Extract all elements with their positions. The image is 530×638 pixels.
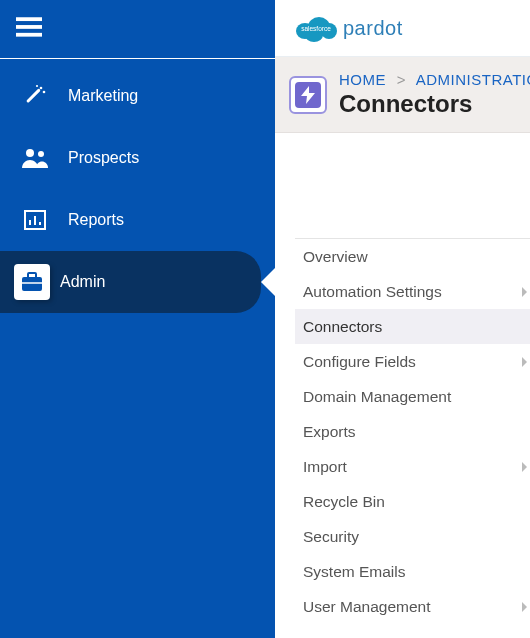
breadcrumb-home[interactable]: HOME: [339, 71, 386, 88]
svg-point-6: [36, 85, 38, 87]
submenu-label: Overview: [303, 248, 368, 266]
submenu-label: Security: [303, 528, 359, 546]
submenu-label: Automation Settings: [303, 283, 442, 301]
hamburger-button[interactable]: [0, 0, 275, 58]
sidebar-item-prospects[interactable]: Prospects: [0, 127, 275, 189]
breadcrumb: HOME > ADMINISTRATIO: [339, 71, 530, 88]
active-pointer-icon: [261, 268, 275, 296]
svg-rect-13: [22, 277, 42, 291]
sidebar-item-label: Prospects: [68, 149, 139, 167]
submenu-item-domain-management[interactable]: Domain Management: [295, 379, 530, 414]
people-icon: [20, 143, 50, 173]
submenu-label: Configure Fields: [303, 353, 416, 371]
submenu-label: Recycle Bin: [303, 493, 385, 511]
submenu-label: Domain Management: [303, 388, 451, 406]
submenu-label: Exports: [303, 423, 356, 441]
sidebar-item-label: Admin: [60, 273, 105, 291]
submenu-label: User Management: [303, 598, 431, 616]
submenu-item-configure-fields[interactable]: Configure Fields: [295, 344, 530, 379]
chevron-right-icon: [522, 357, 527, 367]
svg-point-8: [38, 151, 44, 157]
hamburger-icon: [16, 14, 42, 44]
chevron-right-icon: [522, 462, 527, 472]
submenu-item-exports[interactable]: Exports: [295, 414, 530, 449]
submenu-item-recycle-bin[interactable]: Recycle Bin: [295, 484, 530, 519]
main: salesforce pardot HOME > ADMINISTRATIO C…: [275, 0, 530, 638]
wand-icon: [20, 81, 50, 111]
svg-rect-2: [16, 33, 42, 37]
header-text: HOME > ADMINISTRATIO Connectors: [339, 71, 530, 118]
sidebar-item-label: Marketing: [68, 87, 138, 105]
header-icon-box: [289, 76, 327, 114]
sidebar: Marketing Prospects Reports: [0, 0, 275, 638]
svg-rect-0: [16, 17, 42, 21]
briefcase-icon: [14, 264, 50, 300]
brand-bar: salesforce pardot: [275, 0, 530, 57]
submenu-item-import[interactable]: Import: [295, 449, 530, 484]
breadcrumb-separator-icon: >: [397, 71, 406, 88]
submenu-item-user-management[interactable]: User Management: [295, 589, 530, 624]
svg-point-4: [40, 87, 43, 90]
chevron-right-icon: [522, 287, 527, 297]
svg-rect-14: [28, 273, 36, 278]
salesforce-cloud-icon: salesforce: [295, 13, 337, 43]
submenu-label: Connectors: [303, 318, 382, 336]
chevron-right-icon: [522, 602, 527, 612]
header-strip: HOME > ADMINISTRATIO Connectors: [275, 57, 530, 133]
sidebar-item-admin[interactable]: Admin: [0, 251, 261, 313]
submenu-item-security[interactable]: Security: [295, 519, 530, 554]
svg-rect-3: [26, 88, 41, 103]
svg-rect-1: [16, 25, 42, 29]
svg-marker-21: [301, 86, 315, 104]
breadcrumb-section[interactable]: ADMINISTRATIO: [416, 71, 530, 88]
bar-chart-icon: [20, 205, 50, 235]
submenu-item-system-emails[interactable]: System Emails: [295, 554, 530, 589]
sidebar-item-marketing[interactable]: Marketing: [0, 65, 275, 127]
svg-point-5: [43, 91, 46, 94]
page-title: Connectors: [339, 90, 530, 118]
svg-point-7: [26, 149, 34, 157]
submenu-item-automation-settings[interactable]: Automation Settings: [295, 274, 530, 309]
submenu-item-overview[interactable]: Overview: [295, 239, 530, 274]
product-name: pardot: [343, 17, 403, 40]
sidebar-item-label: Reports: [68, 211, 124, 229]
sidebar-item-reports[interactable]: Reports: [0, 189, 275, 251]
submenu-label: Import: [303, 458, 347, 476]
sidebar-nav: Marketing Prospects Reports: [0, 59, 275, 313]
submenu-label: System Emails: [303, 563, 406, 581]
svg-text:salesforce: salesforce: [301, 25, 331, 32]
admin-submenu: Overview Automation Settings Connectors …: [295, 238, 530, 624]
lightning-icon: [295, 82, 321, 108]
content-spacer: [275, 133, 530, 238]
submenu-item-connectors[interactable]: Connectors: [295, 309, 530, 344]
